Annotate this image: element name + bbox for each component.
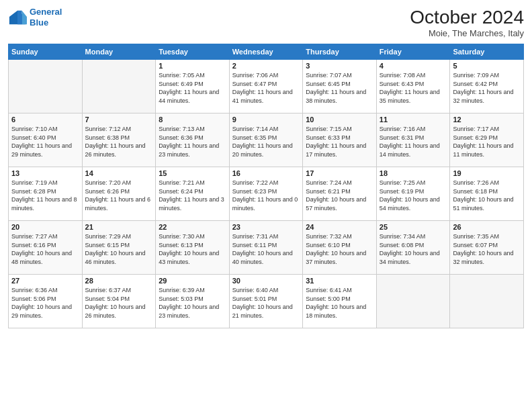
day-number: 23 [232, 223, 300, 231]
day-number: 18 [380, 169, 447, 177]
calendar-cell [450, 275, 524, 328]
calendar-table: SundayMondayTuesdayWednesdayThursdayFrid… [8, 44, 524, 328]
day-number: 21 [85, 223, 153, 231]
day-info: Sunrise: 7:17 AMSunset: 6:29 PMDaylight:… [453, 125, 521, 158]
calendar-week-3: 13Sunrise: 7:19 AMSunset: 6:28 PMDayligh… [9, 167, 524, 221]
calendar-cell: 19Sunrise: 7:26 AMSunset: 6:18 PMDayligh… [450, 167, 524, 221]
day-info: Sunrise: 6:41 AMSunset: 5:00 PMDaylight:… [306, 286, 373, 320]
day-info: Sunrise: 7:09 AMSunset: 6:42 PMDaylight:… [453, 71, 521, 105]
calendar-cell: 21Sunrise: 7:29 AMSunset: 6:15 PMDayligh… [82, 221, 156, 275]
day-number: 20 [11, 223, 79, 231]
logo-blue: Blue [30, 17, 48, 28]
day-number: 11 [380, 116, 447, 124]
day-info: Sunrise: 7:05 AMSunset: 6:49 PMDaylight:… [159, 71, 226, 105]
weekday-header-sunday: Sunday [9, 44, 83, 60]
calendar-cell: 16Sunrise: 7:22 AMSunset: 6:23 PMDayligh… [229, 167, 303, 221]
header: General Blue October 2024 Moie, The Marc… [8, 7, 524, 38]
calendar-cell: 24Sunrise: 7:32 AMSunset: 6:10 PMDayligh… [303, 221, 377, 275]
calendar-cell: 28Sunrise: 6:37 AMSunset: 5:04 PMDayligh… [82, 275, 156, 328]
day-info: Sunrise: 7:14 AMSunset: 6:35 PMDaylight:… [232, 125, 300, 158]
location: Moie, The Marches, Italy [410, 28, 524, 38]
day-info: Sunrise: 7:26 AMSunset: 6:18 PMDaylight:… [453, 179, 521, 212]
day-info: Sunrise: 6:37 AMSunset: 5:04 PMDaylight:… [85, 286, 153, 320]
calendar-cell: 6Sunrise: 7:10 AMSunset: 6:40 PMDaylight… [9, 113, 83, 167]
weekday-header-saturday: Saturday [450, 44, 524, 60]
weekday-header-tuesday: Tuesday [156, 44, 230, 60]
day-info: Sunrise: 7:12 AMSunset: 6:38 PMDaylight:… [85, 125, 153, 158]
day-info: Sunrise: 7:07 AMSunset: 6:45 PMDaylight:… [306, 71, 373, 105]
weekday-header-monday: Monday [82, 44, 156, 60]
day-info: Sunrise: 7:21 AMSunset: 6:24 PMDaylight:… [159, 179, 226, 212]
day-info: Sunrise: 7:19 AMSunset: 6:28 PMDaylight:… [11, 179, 79, 212]
calendar-cell: 9Sunrise: 7:14 AMSunset: 6:35 PMDaylight… [229, 113, 303, 167]
day-number: 16 [232, 169, 300, 177]
calendar-cell: 22Sunrise: 7:30 AMSunset: 6:13 PMDayligh… [156, 221, 230, 275]
day-info: Sunrise: 7:20 AMSunset: 6:26 PMDaylight:… [85, 179, 153, 212]
calendar-cell: 20Sunrise: 7:27 AMSunset: 6:16 PMDayligh… [9, 221, 83, 275]
calendar-cell: 12Sunrise: 7:17 AMSunset: 6:29 PMDayligh… [450, 113, 524, 167]
calendar-cell: 15Sunrise: 7:21 AMSunset: 6:24 PMDayligh… [156, 167, 230, 221]
calendar-cell: 25Sunrise: 7:34 AMSunset: 6:08 PMDayligh… [376, 221, 450, 275]
day-info: Sunrise: 7:31 AMSunset: 6:11 PMDaylight:… [232, 232, 300, 266]
calendar-cell: 3Sunrise: 7:07 AMSunset: 6:45 PMDaylight… [303, 60, 377, 113]
day-number: 5 [453, 62, 521, 70]
day-number: 3 [306, 62, 373, 70]
page: General Blue October 2024 Moie, The Marc… [0, 0, 532, 411]
calendar-cell: 27Sunrise: 6:36 AMSunset: 5:06 PMDayligh… [9, 275, 83, 328]
day-number: 27 [11, 277, 79, 285]
calendar-cell: 31Sunrise: 6:41 AMSunset: 5:00 PMDayligh… [303, 275, 377, 328]
calendar-cell: 10Sunrise: 7:15 AMSunset: 6:33 PMDayligh… [303, 113, 377, 167]
day-info: Sunrise: 6:40 AMSunset: 5:01 PMDaylight:… [232, 286, 300, 320]
calendar-cell: 4Sunrise: 7:08 AMSunset: 6:43 PMDaylight… [376, 60, 450, 113]
day-info: Sunrise: 7:34 AMSunset: 6:08 PMDaylight:… [380, 232, 447, 266]
day-number: 10 [306, 116, 373, 124]
calendar-cell: 11Sunrise: 7:16 AMSunset: 6:31 PMDayligh… [376, 113, 450, 167]
day-number: 8 [159, 116, 226, 124]
calendar-cell: 8Sunrise: 7:13 AMSunset: 6:36 PMDaylight… [156, 113, 230, 167]
logo-icon [8, 8, 27, 27]
day-number: 1 [159, 62, 226, 70]
calendar-cell [376, 275, 450, 328]
day-info: Sunrise: 7:13 AMSunset: 6:36 PMDaylight:… [159, 125, 226, 158]
calendar-cell: 30Sunrise: 6:40 AMSunset: 5:01 PMDayligh… [229, 275, 303, 328]
calendar-week-4: 20Sunrise: 7:27 AMSunset: 6:16 PMDayligh… [9, 221, 524, 275]
day-info: Sunrise: 7:22 AMSunset: 6:23 PMDaylight:… [232, 179, 300, 212]
calendar-cell: 17Sunrise: 7:24 AMSunset: 6:21 PMDayligh… [303, 167, 377, 221]
day-number: 7 [85, 116, 153, 124]
day-info: Sunrise: 7:06 AMSunset: 6:47 PMDaylight:… [232, 71, 300, 105]
day-info: Sunrise: 6:39 AMSunset: 5:03 PMDaylight:… [159, 286, 226, 320]
logo-general: General [30, 7, 62, 17]
day-info: Sunrise: 7:10 AMSunset: 6:40 PMDaylight:… [11, 125, 79, 158]
day-number: 2 [232, 62, 300, 70]
calendar-cell [82, 60, 156, 113]
calendar-week-5: 27Sunrise: 6:36 AMSunset: 5:06 PMDayligh… [9, 275, 524, 328]
day-number: 19 [453, 169, 521, 177]
calendar-cell: 7Sunrise: 7:12 AMSunset: 6:38 PMDaylight… [82, 113, 156, 167]
calendar-cell: 14Sunrise: 7:20 AMSunset: 6:26 PMDayligh… [82, 167, 156, 221]
logo: General Blue [8, 7, 62, 28]
logo-text: General Blue [30, 7, 62, 28]
day-info: Sunrise: 6:36 AMSunset: 5:06 PMDaylight:… [11, 286, 79, 320]
calendar-cell: 26Sunrise: 7:35 AMSunset: 6:07 PMDayligh… [450, 221, 524, 275]
day-number: 4 [380, 62, 447, 70]
day-number: 25 [380, 223, 447, 231]
calendar-cell: 5Sunrise: 7:09 AMSunset: 6:42 PMDaylight… [450, 60, 524, 113]
title-area: October 2024 Moie, The Marches, Italy [410, 7, 524, 38]
calendar-cell: 2Sunrise: 7:06 AMSunset: 6:47 PMDaylight… [229, 60, 303, 113]
day-info: Sunrise: 7:08 AMSunset: 6:43 PMDaylight:… [380, 71, 447, 105]
day-number: 22 [159, 223, 226, 231]
calendar-week-1: 1Sunrise: 7:05 AMSunset: 6:49 PMDaylight… [9, 60, 524, 113]
calendar-cell: 23Sunrise: 7:31 AMSunset: 6:11 PMDayligh… [229, 221, 303, 275]
calendar-cell: 18Sunrise: 7:25 AMSunset: 6:19 PMDayligh… [376, 167, 450, 221]
weekday-header-friday: Friday [376, 44, 450, 60]
month-title: October 2024 [410, 7, 524, 28]
day-number: 26 [453, 223, 521, 231]
calendar-cell: 29Sunrise: 6:39 AMSunset: 5:03 PMDayligh… [156, 275, 230, 328]
day-info: Sunrise: 7:30 AMSunset: 6:13 PMDaylight:… [159, 232, 226, 266]
day-info: Sunrise: 7:24 AMSunset: 6:21 PMDaylight:… [306, 179, 373, 212]
day-info: Sunrise: 7:27 AMSunset: 6:16 PMDaylight:… [11, 232, 79, 266]
day-number: 31 [306, 277, 373, 285]
day-number: 17 [306, 169, 373, 177]
day-number: 9 [232, 116, 300, 124]
day-info: Sunrise: 7:15 AMSunset: 6:33 PMDaylight:… [306, 125, 373, 158]
